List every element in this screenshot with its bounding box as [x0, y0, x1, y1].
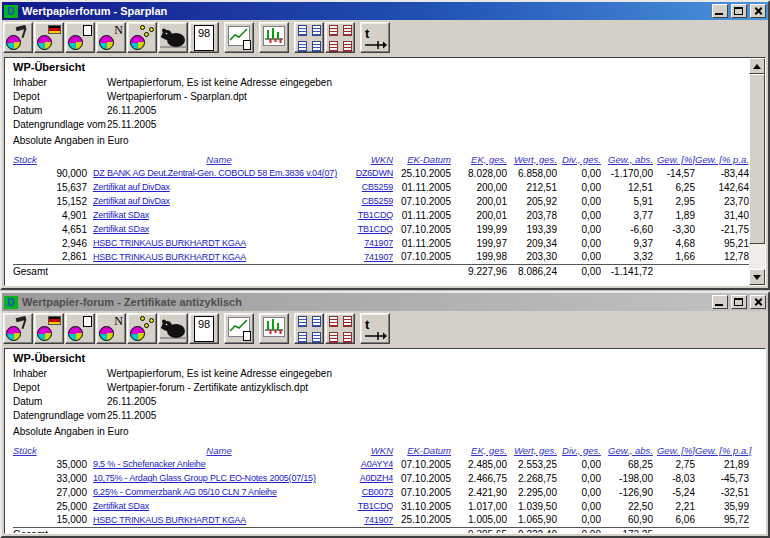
- wkn-link[interactable]: A0DZH4: [345, 471, 393, 485]
- col-div-ges[interactable]: Div., ges.: [557, 152, 601, 166]
- name-link[interactable]: HSBC TRINKAUS BURKHARDT KGAA: [93, 250, 345, 264]
- wkn-link[interactable]: TB1CDQ: [345, 208, 393, 222]
- info-row-inhaber: InhaberWertpapierforum, Es ist keine Adr…: [13, 77, 749, 91]
- col-ek-datum[interactable]: EK-Datum: [393, 152, 451, 166]
- col-stueck[interactable]: Stück: [13, 443, 93, 457]
- ek-datum-cell: 25.10.2005: [393, 513, 451, 527]
- app-icon[interactable]: D: [4, 5, 18, 18]
- wkn-link[interactable]: 741907: [345, 513, 393, 527]
- name-link[interactable]: 6,25% - Commerzbank AG 05/10 CLN 7 Anlei…: [93, 485, 345, 499]
- name-link[interactable]: Zertifikat auf DivDax: [93, 194, 345, 208]
- ek-ges-cell: 200,00: [451, 180, 507, 194]
- germany-flag-pie-button[interactable]: [34, 313, 64, 344]
- line-chart-report-button[interactable]: [224, 22, 254, 53]
- letter-n-pie-button[interactable]: N: [96, 22, 126, 53]
- div-ges-cell: 0,00: [557, 194, 601, 208]
- minimize-button[interactable]: [712, 295, 728, 309]
- time-axis-button[interactable]: t: [360, 313, 390, 344]
- gew-pct-pa-cell: 21,89: [695, 457, 749, 471]
- name-link[interactable]: Zertifikat auf DivDax: [93, 180, 345, 194]
- year-98-button[interactable]: 98: [189, 22, 219, 53]
- maximize-button[interactable]: [731, 295, 747, 309]
- documents-red-button[interactable]: [325, 22, 355, 53]
- wkn-link[interactable]: CB0073: [345, 485, 393, 499]
- document-pie-button[interactable]: [65, 22, 95, 53]
- close-button[interactable]: [750, 295, 766, 309]
- col-ek-ges[interactable]: EK, ges.: [451, 443, 507, 457]
- documents-red-button[interactable]: [325, 313, 355, 344]
- col-gew-pct[interactable]: Gew. [%]: [653, 443, 695, 457]
- molecule-pie-button[interactable]: [127, 22, 157, 53]
- col-gew-pct[interactable]: Gew. [%]: [653, 152, 695, 166]
- total-row: Gesamt 9.395,65 9.222,40 0,00 -173,25: [13, 527, 749, 534]
- bar-chart-button[interactable]: [259, 22, 289, 53]
- line-chart-report-button[interactable]: [224, 313, 254, 344]
- documents-blue-button[interactable]: [294, 22, 324, 53]
- name-link[interactable]: Zertifikat SDax: [93, 208, 345, 222]
- total-div-ges: 0,00: [557, 527, 601, 534]
- name-link[interactable]: HSBC TRINKAUS BURKHARDT KGAA: [93, 236, 345, 250]
- bar-chart-icon: [263, 317, 285, 337]
- two-documents-icon: [298, 316, 322, 343]
- col-wkn[interactable]: WKN: [345, 443, 393, 457]
- name-link[interactable]: Zertifikat SDax: [93, 222, 345, 236]
- hammer-pie-button[interactable]: [3, 22, 33, 53]
- col-div-ges[interactable]: Div., ges.: [557, 443, 601, 457]
- div-ges-cell: 0,00: [557, 236, 601, 250]
- documents-blue-button[interactable]: [294, 313, 324, 344]
- wkn-link[interactable]: CB5259: [345, 180, 393, 194]
- letter-n-pie-button[interactable]: N: [96, 313, 126, 344]
- bear-button[interactable]: [158, 313, 188, 344]
- col-gew-abs[interactable]: Gew., abs.: [601, 152, 653, 166]
- col-wert-ges[interactable]: Wert, ges.: [507, 443, 557, 457]
- empty-cell: [695, 264, 749, 278]
- wkn-link[interactable]: CB5259: [345, 194, 393, 208]
- wkn-link[interactable]: DZ6DWN: [345, 166, 393, 180]
- minimize-button[interactable]: [712, 4, 728, 18]
- molecule-pie-button[interactable]: [127, 313, 157, 344]
- germany-flag-pie-button[interactable]: [34, 22, 64, 53]
- bar-chart-button[interactable]: [259, 313, 289, 344]
- col-ek-datum[interactable]: EK-Datum: [393, 443, 451, 457]
- vertical-scrollbar[interactable]: [749, 58, 765, 285]
- info-label: Depot: [13, 91, 107, 102]
- col-name[interactable]: Name: [93, 443, 345, 457]
- info-row-inhaber: InhaberWertpapierforum, Es ist keine Adr…: [13, 368, 765, 382]
- info-value: 25.11.2005: [107, 410, 156, 421]
- scroll-down-button[interactable]: [749, 269, 765, 285]
- table-row: 90,000 DZ BANK AG Deut.Zentral-Gen. COBO…: [13, 166, 749, 180]
- col-wkn[interactable]: WKN: [345, 152, 393, 166]
- name-link[interactable]: HSBC TRINKAUS BURKHARDT KGAA: [93, 513, 345, 527]
- scroll-up-button[interactable]: [749, 58, 765, 74]
- col-gew-pct-pa[interactable]: Gew. [% p.a.]: [695, 443, 749, 457]
- name-link[interactable]: 9,5 % - Schefenacker Anleihe: [93, 457, 345, 471]
- info-row-datengrundlage: Datengrundlage vom25.11.2005: [13, 119, 749, 133]
- document-pie-button[interactable]: [65, 313, 95, 344]
- name-link[interactable]: Zertifikat SDax: [93, 499, 345, 513]
- maximize-button[interactable]: [731, 4, 747, 18]
- wkn-link[interactable]: A0AYY4: [345, 457, 393, 471]
- col-wert-ges[interactable]: Wert, ges.: [507, 152, 557, 166]
- wkn-link[interactable]: 741907: [345, 236, 393, 250]
- col-gew-abs[interactable]: Gew., abs.: [601, 443, 653, 457]
- bear-button[interactable]: [158, 22, 188, 53]
- wkn-link[interactable]: TB1CDQ: [345, 499, 393, 513]
- scrollbar-thumb[interactable]: [749, 74, 765, 244]
- window-title: Wertpapierforum - Sparplan: [20, 5, 709, 17]
- close-button[interactable]: [750, 4, 766, 18]
- app-icon[interactable]: D: [4, 296, 18, 309]
- ek-ges-cell: 199,99: [451, 222, 507, 236]
- time-axis-button[interactable]: t: [360, 22, 390, 53]
- col-name[interactable]: Name: [93, 152, 345, 166]
- info-label: Inhaber: [13, 368, 107, 379]
- year-98-button[interactable]: 98: [189, 313, 219, 344]
- hammer-pie-button[interactable]: [3, 313, 33, 344]
- wkn-link[interactable]: 741907: [345, 250, 393, 264]
- wert-ges-cell: 2.268,75: [507, 471, 557, 485]
- name-link[interactable]: 10,75% - Ardagh Glass Group PLC EO-Notes…: [93, 471, 345, 485]
- col-gew-pct-pa[interactable]: Gew. [% p.a.]: [695, 152, 749, 166]
- wkn-link[interactable]: TB1CDQ: [345, 222, 393, 236]
- col-stueck[interactable]: Stück: [13, 152, 93, 166]
- col-ek-ges[interactable]: EK, ges.: [451, 152, 507, 166]
- name-link[interactable]: DZ BANK AG Deut.Zentral-Gen. COBOLD 58 E…: [93, 166, 345, 180]
